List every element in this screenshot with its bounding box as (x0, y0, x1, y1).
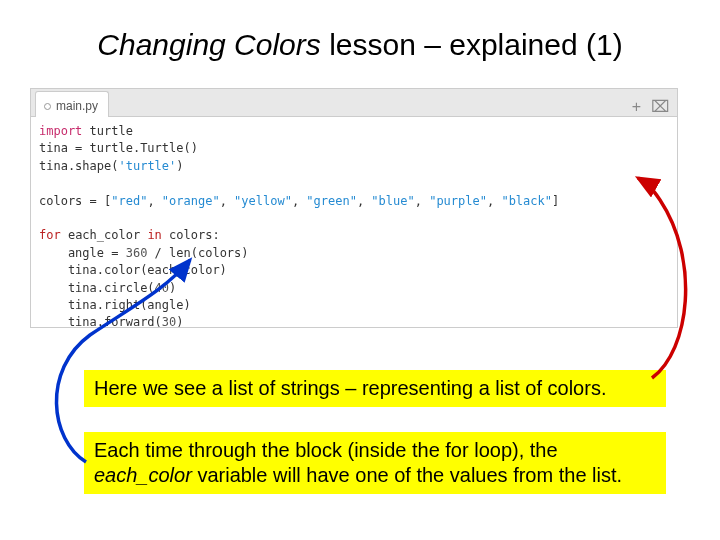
code-editor-panel: main.py + ⌧ import turtle tina = turtle.… (30, 88, 678, 328)
callout-each-color: Each time through the block (inside the … (84, 432, 666, 494)
code-text: colors = [ (39, 194, 111, 208)
code-text: , (220, 194, 234, 208)
callout2-text-b: variable will have one of the values fro… (192, 464, 622, 486)
code-text: tina.forward( (39, 315, 162, 329)
code-string: "orange" (162, 194, 220, 208)
code-text: tina.color(each_color) (39, 263, 227, 277)
tab-bar: main.py + ⌧ (31, 89, 677, 117)
code-string: "green" (306, 194, 357, 208)
file-tab[interactable]: main.py (35, 91, 109, 117)
title-rest: lesson – explained (1) (321, 28, 623, 61)
slide-title: Changing Colors lesson – explained (1) (0, 28, 720, 62)
code-text: , (292, 194, 306, 208)
code-text: colors: (162, 228, 220, 242)
kw-import: import (39, 124, 82, 138)
image-icon[interactable]: ⌧ (651, 97, 669, 116)
code-number: 30 (162, 315, 176, 329)
code-text: tina.right(angle) (39, 298, 191, 312)
code-string: "black" (501, 194, 552, 208)
code-string: 'turtle' (118, 159, 176, 173)
code-text: ) (176, 159, 183, 173)
code-number: 40 (155, 281, 169, 295)
tab-dot-icon (44, 103, 51, 110)
code-text: tina.shape( (39, 159, 118, 173)
callout2-ital: each_color (94, 464, 192, 486)
add-tab-icon[interactable]: + (632, 98, 641, 116)
code-text: each_color (61, 228, 148, 242)
code-text: ) (176, 315, 183, 329)
code-text: turtle (82, 124, 133, 138)
code-text: , (415, 194, 429, 208)
code-string: "purple" (429, 194, 487, 208)
kw-in: in (147, 228, 161, 242)
title-italic: Changing Colors (97, 28, 320, 61)
code-body: import turtle tina = turtle.Turtle() tin… (31, 117, 677, 338)
code-text: , (147, 194, 161, 208)
callout-strings-list: Here we see a list of strings – represen… (84, 370, 666, 407)
filename-label: main.py (56, 99, 98, 113)
kw-for: for (39, 228, 61, 242)
code-string: "yellow" (234, 194, 292, 208)
code-text: / len(colors) (147, 246, 248, 260)
code-text: , (357, 194, 371, 208)
tab-actions: + ⌧ (632, 97, 677, 116)
code-text: tina.circle( (39, 281, 155, 295)
code-text: ] (552, 194, 559, 208)
code-text: tina = turtle.Turtle() (39, 141, 198, 155)
callout1-text: Here we see a list of strings – represen… (94, 377, 606, 399)
code-text: angle = (39, 246, 126, 260)
code-text: , (487, 194, 501, 208)
code-string: "blue" (371, 194, 414, 208)
callout2-text-a: Each time through the block (inside the … (94, 439, 558, 461)
code-string: "red" (111, 194, 147, 208)
code-number: 360 (126, 246, 148, 260)
code-text: ) (169, 281, 176, 295)
